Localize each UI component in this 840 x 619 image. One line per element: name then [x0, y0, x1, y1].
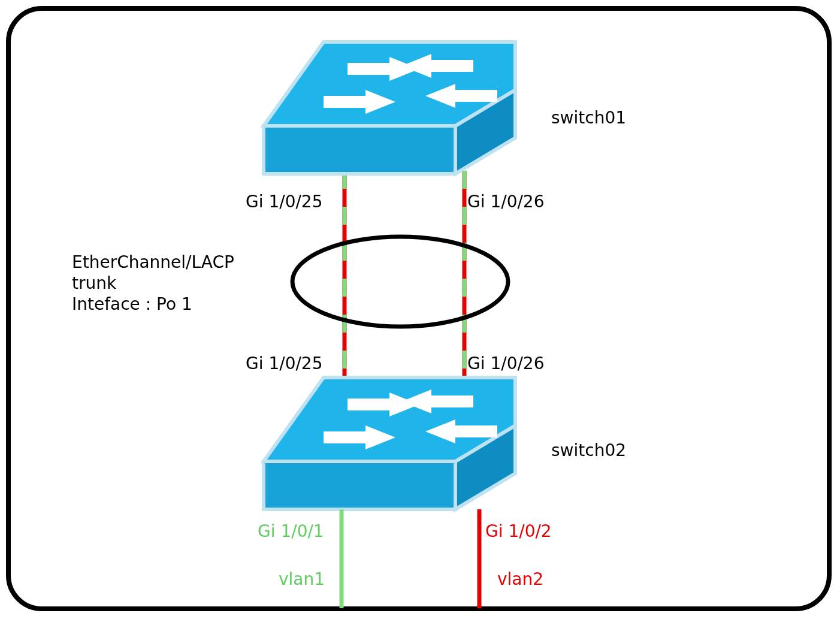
- access-port-right-label: Gi 1/0/2: [485, 521, 552, 541]
- vlan2-label: vlan2: [497, 569, 543, 589]
- switch02-label: switch02: [551, 440, 626, 460]
- sw1-port-left-label: Gi 1/0/25: [246, 192, 323, 212]
- sw2-port-left-label: Gi 1/0/25: [246, 354, 323, 373]
- sw1-port-right-label: Gi 1/0/26: [467, 192, 545, 212]
- access-port-left-label: Gi 1/0/1: [258, 521, 324, 541]
- switch01-label: switch01: [551, 108, 626, 128]
- trunk-description: EtherChannel/LACP trunk Inteface : Po 1: [72, 252, 234, 315]
- sw2-port-right-label: Gi 1/0/26: [467, 354, 545, 373]
- vlan1-label: vlan1: [279, 569, 325, 589]
